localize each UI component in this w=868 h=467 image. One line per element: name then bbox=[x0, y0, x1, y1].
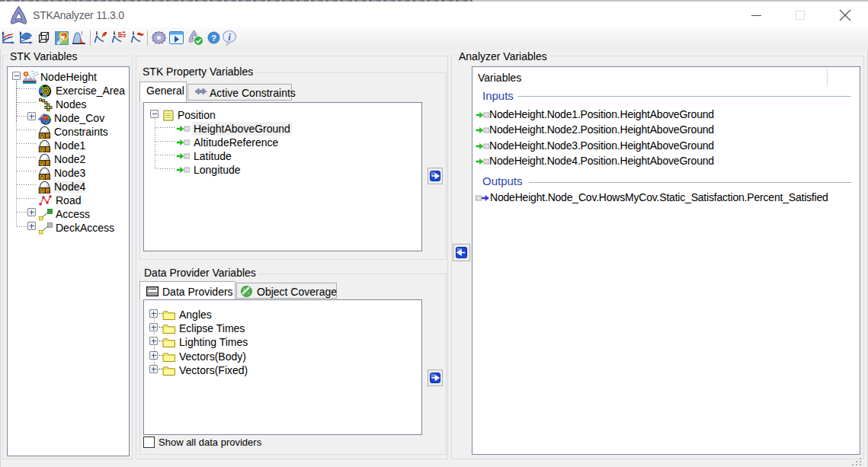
svg-text:?: ? bbox=[211, 34, 216, 43]
svg-text:i: i bbox=[228, 31, 231, 43]
